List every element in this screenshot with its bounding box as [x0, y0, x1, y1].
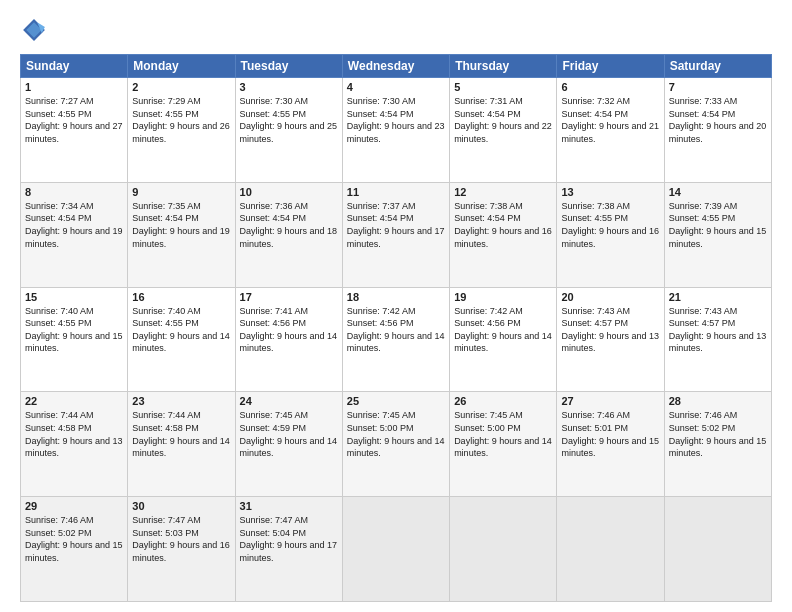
day-info: Sunrise: 7:44 AMSunset: 4:58 PMDaylight:… — [25, 410, 123, 458]
day-info: Sunrise: 7:30 AMSunset: 4:55 PMDaylight:… — [240, 96, 338, 144]
day-info: Sunrise: 7:40 AMSunset: 4:55 PMDaylight:… — [25, 306, 123, 354]
day-number: 2 — [132, 81, 230, 93]
calendar-cell: 26 Sunrise: 7:45 AMSunset: 5:00 PMDaylig… — [450, 392, 557, 497]
calendar-cell: 25 Sunrise: 7:45 AMSunset: 5:00 PMDaylig… — [342, 392, 449, 497]
day-info: Sunrise: 7:42 AMSunset: 4:56 PMDaylight:… — [347, 306, 445, 354]
day-number: 26 — [454, 395, 552, 407]
day-number: 28 — [669, 395, 767, 407]
day-number: 1 — [25, 81, 123, 93]
day-info: Sunrise: 7:47 AMSunset: 5:03 PMDaylight:… — [132, 515, 230, 563]
calendar-cell: 12 Sunrise: 7:38 AMSunset: 4:54 PMDaylig… — [450, 182, 557, 287]
day-header: Friday — [557, 55, 664, 78]
calendar-cell — [557, 497, 664, 602]
calendar-cell: 10 Sunrise: 7:36 AMSunset: 4:54 PMDaylig… — [235, 182, 342, 287]
day-info: Sunrise: 7:38 AMSunset: 4:55 PMDaylight:… — [561, 201, 659, 249]
day-number: 29 — [25, 500, 123, 512]
day-info: Sunrise: 7:43 AMSunset: 4:57 PMDaylight:… — [561, 306, 659, 354]
day-info: Sunrise: 7:45 AMSunset: 4:59 PMDaylight:… — [240, 410, 338, 458]
calendar-cell: 3 Sunrise: 7:30 AMSunset: 4:55 PMDayligh… — [235, 78, 342, 183]
day-header: Monday — [128, 55, 235, 78]
day-number: 15 — [25, 291, 123, 303]
day-number: 18 — [347, 291, 445, 303]
calendar-cell: 17 Sunrise: 7:41 AMSunset: 4:56 PMDaylig… — [235, 287, 342, 392]
calendar-week: 22 Sunrise: 7:44 AMSunset: 4:58 PMDaylig… — [21, 392, 772, 497]
day-header: Saturday — [664, 55, 771, 78]
calendar-cell: 14 Sunrise: 7:39 AMSunset: 4:55 PMDaylig… — [664, 182, 771, 287]
day-number: 5 — [454, 81, 552, 93]
day-number: 13 — [561, 186, 659, 198]
calendar-cell: 7 Sunrise: 7:33 AMSunset: 4:54 PMDayligh… — [664, 78, 771, 183]
calendar-cell: 11 Sunrise: 7:37 AMSunset: 4:54 PMDaylig… — [342, 182, 449, 287]
calendar-cell: 1 Sunrise: 7:27 AMSunset: 4:55 PMDayligh… — [21, 78, 128, 183]
day-number: 25 — [347, 395, 445, 407]
day-info: Sunrise: 7:31 AMSunset: 4:54 PMDaylight:… — [454, 96, 552, 144]
calendar-cell: 24 Sunrise: 7:45 AMSunset: 4:59 PMDaylig… — [235, 392, 342, 497]
calendar-cell: 9 Sunrise: 7:35 AMSunset: 4:54 PMDayligh… — [128, 182, 235, 287]
calendar-cell: 15 Sunrise: 7:40 AMSunset: 4:55 PMDaylig… — [21, 287, 128, 392]
day-info: Sunrise: 7:38 AMSunset: 4:54 PMDaylight:… — [454, 201, 552, 249]
calendar-table: SundayMondayTuesdayWednesdayThursdayFrid… — [20, 54, 772, 602]
day-info: Sunrise: 7:33 AMSunset: 4:54 PMDaylight:… — [669, 96, 767, 144]
calendar-cell — [664, 497, 771, 602]
calendar-cell: 23 Sunrise: 7:44 AMSunset: 4:58 PMDaylig… — [128, 392, 235, 497]
header — [20, 16, 772, 44]
day-number: 20 — [561, 291, 659, 303]
calendar-week: 8 Sunrise: 7:34 AMSunset: 4:54 PMDayligh… — [21, 182, 772, 287]
day-number: 24 — [240, 395, 338, 407]
day-info: Sunrise: 7:41 AMSunset: 4:56 PMDaylight:… — [240, 306, 338, 354]
calendar-cell: 22 Sunrise: 7:44 AMSunset: 4:58 PMDaylig… — [21, 392, 128, 497]
day-info: Sunrise: 7:27 AMSunset: 4:55 PMDaylight:… — [25, 96, 123, 144]
calendar-cell: 16 Sunrise: 7:40 AMSunset: 4:55 PMDaylig… — [128, 287, 235, 392]
day-info: Sunrise: 7:36 AMSunset: 4:54 PMDaylight:… — [240, 201, 338, 249]
day-number: 17 — [240, 291, 338, 303]
day-info: Sunrise: 7:40 AMSunset: 4:55 PMDaylight:… — [132, 306, 230, 354]
day-number: 3 — [240, 81, 338, 93]
day-number: 11 — [347, 186, 445, 198]
day-header: Tuesday — [235, 55, 342, 78]
day-number: 16 — [132, 291, 230, 303]
day-info: Sunrise: 7:37 AMSunset: 4:54 PMDaylight:… — [347, 201, 445, 249]
calendar-cell: 2 Sunrise: 7:29 AMSunset: 4:55 PMDayligh… — [128, 78, 235, 183]
day-info: Sunrise: 7:43 AMSunset: 4:57 PMDaylight:… — [669, 306, 767, 354]
logo — [20, 16, 52, 44]
calendar-cell: 18 Sunrise: 7:42 AMSunset: 4:56 PMDaylig… — [342, 287, 449, 392]
calendar-week: 29 Sunrise: 7:46 AMSunset: 5:02 PMDaylig… — [21, 497, 772, 602]
day-number: 19 — [454, 291, 552, 303]
day-number: 10 — [240, 186, 338, 198]
calendar-cell: 31 Sunrise: 7:47 AMSunset: 5:04 PMDaylig… — [235, 497, 342, 602]
day-info: Sunrise: 7:39 AMSunset: 4:55 PMDaylight:… — [669, 201, 767, 249]
day-number: 12 — [454, 186, 552, 198]
day-header: Thursday — [450, 55, 557, 78]
calendar-cell: 13 Sunrise: 7:38 AMSunset: 4:55 PMDaylig… — [557, 182, 664, 287]
day-header: Wednesday — [342, 55, 449, 78]
day-number: 4 — [347, 81, 445, 93]
day-info: Sunrise: 7:30 AMSunset: 4:54 PMDaylight:… — [347, 96, 445, 144]
logo-icon — [20, 16, 48, 44]
day-number: 27 — [561, 395, 659, 407]
day-number: 30 — [132, 500, 230, 512]
day-info: Sunrise: 7:42 AMSunset: 4:56 PMDaylight:… — [454, 306, 552, 354]
day-info: Sunrise: 7:32 AMSunset: 4:54 PMDaylight:… — [561, 96, 659, 144]
calendar-cell — [450, 497, 557, 602]
calendar-cell: 21 Sunrise: 7:43 AMSunset: 4:57 PMDaylig… — [664, 287, 771, 392]
day-info: Sunrise: 7:34 AMSunset: 4:54 PMDaylight:… — [25, 201, 123, 249]
day-info: Sunrise: 7:45 AMSunset: 5:00 PMDaylight:… — [347, 410, 445, 458]
day-info: Sunrise: 7:46 AMSunset: 5:02 PMDaylight:… — [25, 515, 123, 563]
calendar-cell: 19 Sunrise: 7:42 AMSunset: 4:56 PMDaylig… — [450, 287, 557, 392]
calendar-cell: 29 Sunrise: 7:46 AMSunset: 5:02 PMDaylig… — [21, 497, 128, 602]
day-info: Sunrise: 7:44 AMSunset: 4:58 PMDaylight:… — [132, 410, 230, 458]
calendar-week: 1 Sunrise: 7:27 AMSunset: 4:55 PMDayligh… — [21, 78, 772, 183]
calendar-cell: 27 Sunrise: 7:46 AMSunset: 5:01 PMDaylig… — [557, 392, 664, 497]
calendar-cell: 6 Sunrise: 7:32 AMSunset: 4:54 PMDayligh… — [557, 78, 664, 183]
calendar-cell — [342, 497, 449, 602]
day-info: Sunrise: 7:29 AMSunset: 4:55 PMDaylight:… — [132, 96, 230, 144]
calendar-cell: 8 Sunrise: 7:34 AMSunset: 4:54 PMDayligh… — [21, 182, 128, 287]
day-info: Sunrise: 7:35 AMSunset: 4:54 PMDaylight:… — [132, 201, 230, 249]
calendar-cell: 4 Sunrise: 7:30 AMSunset: 4:54 PMDayligh… — [342, 78, 449, 183]
day-number: 9 — [132, 186, 230, 198]
calendar-cell: 28 Sunrise: 7:46 AMSunset: 5:02 PMDaylig… — [664, 392, 771, 497]
day-number: 23 — [132, 395, 230, 407]
calendar-cell: 5 Sunrise: 7:31 AMSunset: 4:54 PMDayligh… — [450, 78, 557, 183]
day-info: Sunrise: 7:45 AMSunset: 5:00 PMDaylight:… — [454, 410, 552, 458]
day-number: 8 — [25, 186, 123, 198]
